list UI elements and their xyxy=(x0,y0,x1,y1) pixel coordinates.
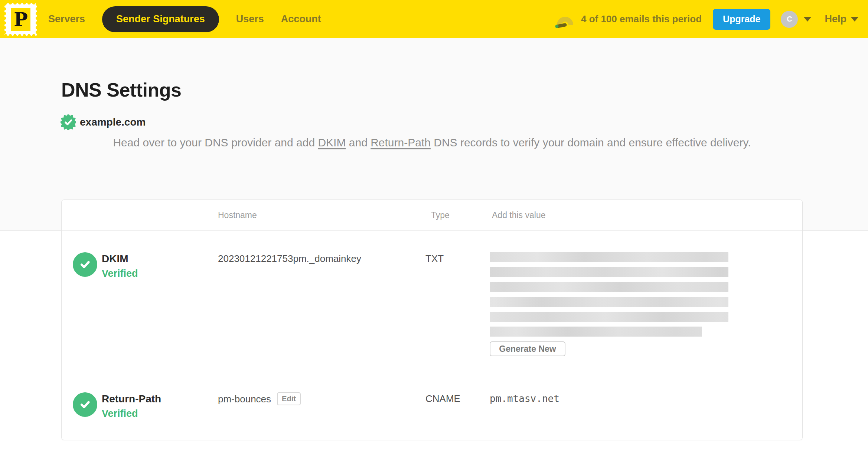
dkim-status-cell: DKIM Verified xyxy=(62,231,218,375)
verified-check-icon xyxy=(73,392,97,417)
verified-seal-icon xyxy=(61,114,76,130)
edit-button[interactable]: Edit xyxy=(277,392,301,405)
domain-name: example.com xyxy=(80,116,146,128)
column-header-hostname: Hostname xyxy=(218,210,425,220)
table-row-dkim: DKIM Verified 20230121221753pm._domainke… xyxy=(62,231,802,375)
redacted-line xyxy=(490,267,728,277)
dkim-type-cell: TXT xyxy=(425,231,490,375)
nav-right: 4 of 100 emails this period Upgrade C He… xyxy=(554,9,868,30)
record-name: DKIM xyxy=(102,253,138,265)
chevron-down-icon xyxy=(851,17,858,22)
postmark-logo[interactable]: P xyxy=(4,3,37,36)
return-path-labels: Return-Path Verified xyxy=(102,392,161,440)
upgrade-button[interactable]: Upgrade xyxy=(713,9,770,30)
help-menu[interactable]: Help xyxy=(825,13,858,25)
account-menu[interactable]: C xyxy=(781,11,811,28)
usage-gauge-icon xyxy=(554,12,576,29)
stamp-perforation xyxy=(3,33,38,38)
page-description: Head over to your DNS provider and add D… xyxy=(61,134,803,152)
table-header-row: Hostname Type Add this value xyxy=(62,200,802,231)
table-row-return-path: Return-Path Verified pm-bounces Edit CNA… xyxy=(62,375,802,440)
nav-item-account[interactable]: Account xyxy=(281,13,321,25)
dns-value: pm.mtasv.net xyxy=(490,393,559,404)
stamp-perforation xyxy=(3,1,38,5)
redacted-line xyxy=(490,297,728,307)
generate-new-button[interactable]: Generate New xyxy=(490,341,565,356)
nav-item-users[interactable]: Users xyxy=(236,13,264,25)
dkim-labels: DKIM Verified xyxy=(102,252,138,375)
return-path-hostname-cell: pm-bounces Edit xyxy=(218,375,425,440)
return-path-link[interactable]: Return-Path xyxy=(371,136,431,149)
dns-settings-page: P Servers Sender Signatures Users Accoun… xyxy=(0,0,868,454)
redacted-line xyxy=(490,282,728,292)
dkim-hostname-cell: 20230121221753pm._domainkey xyxy=(218,231,425,375)
redacted-line xyxy=(490,312,728,322)
return-path-status-cell: Return-Path Verified xyxy=(62,375,218,440)
record-type: CNAME xyxy=(425,393,460,404)
return-path-type-cell: CNAME xyxy=(425,375,490,440)
top-nav: P Servers Sender Signatures Users Accoun… xyxy=(0,0,868,38)
record-name: Return-Path xyxy=(102,393,161,405)
nav-items: Servers Sender Signatures Users Account xyxy=(48,6,321,32)
avatar[interactable]: C xyxy=(781,11,798,28)
verified-domain: example.com xyxy=(61,114,146,130)
dns-records-card: Hostname Type Add this value DKIM Verifi… xyxy=(61,200,803,440)
usage-counter: 4 of 100 emails this period xyxy=(581,13,702,25)
hostname-value: 20230121221753pm._domainkey xyxy=(218,253,361,264)
status-badge: Verified xyxy=(102,268,138,279)
column-header-type: Type xyxy=(425,210,490,220)
logo-letter: P xyxy=(11,8,30,31)
redacted-line xyxy=(490,252,728,262)
dkim-link[interactable]: DKIM xyxy=(318,136,346,149)
verified-check-icon xyxy=(73,252,97,277)
column-header-value: Add this value xyxy=(490,210,802,220)
nav-item-sender-signatures[interactable]: Sender Signatures xyxy=(102,6,219,32)
hostname-with-edit: pm-bounces Edit xyxy=(218,392,425,405)
nav-item-servers[interactable]: Servers xyxy=(48,13,85,25)
dkim-value-cell: Generate New xyxy=(490,231,802,375)
redacted-line xyxy=(490,327,702,337)
record-type: TXT xyxy=(425,253,444,264)
description-text: Head over to your DNS provider and add xyxy=(113,136,318,149)
return-path-value-cell: pm.mtasv.net xyxy=(490,375,802,440)
redacted-dns-value xyxy=(490,252,728,337)
stamp-perforation xyxy=(2,2,7,37)
description-text: and xyxy=(346,136,371,149)
page-title: DNS Settings xyxy=(61,79,181,101)
status-badge: Verified xyxy=(102,408,161,419)
description-text: DNS records to verify your domain and en… xyxy=(431,136,751,149)
stamp-perforation xyxy=(35,2,39,37)
hostname-value: pm-bounces xyxy=(218,393,271,405)
chevron-down-icon xyxy=(804,17,811,22)
help-label: Help xyxy=(825,13,846,25)
